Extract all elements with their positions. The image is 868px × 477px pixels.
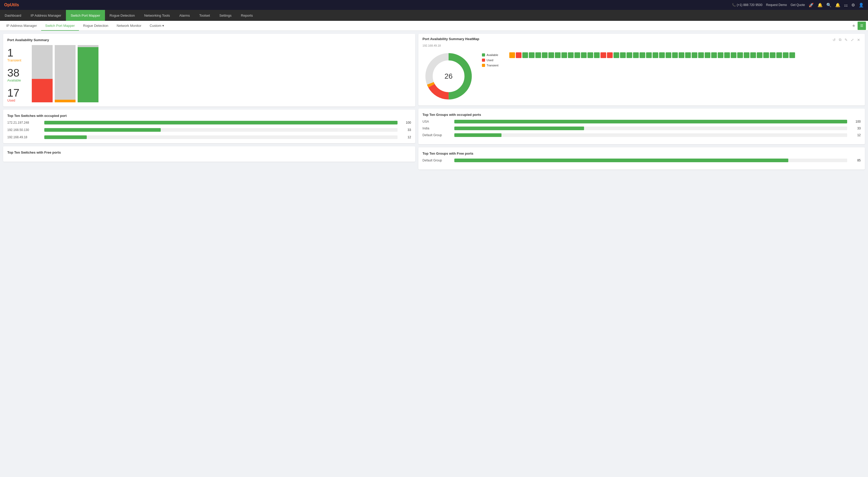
nav-item-rogue-detection[interactable]: Rogue Detection xyxy=(105,10,140,21)
nav-item-switch-port-mapper[interactable]: Switch Port Mapper xyxy=(66,10,105,21)
heatmap-cell[interactable] xyxy=(575,52,580,58)
switch-row-3: 192.168.49.18 12 xyxy=(7,135,411,139)
nav-item-networking-tools[interactable]: Networking Tools xyxy=(140,10,175,21)
heatmap-area: 26 Available Used Transient xyxy=(423,50,861,102)
heatmap-cell[interactable] xyxy=(711,52,717,58)
used-stat: 17 Used xyxy=(7,88,21,102)
heatmap-cell[interactable] xyxy=(607,52,613,58)
heatmap-cell[interactable] xyxy=(561,52,567,58)
group-row-usa: USA 100 xyxy=(423,120,861,123)
heatmap-cell[interactable] xyxy=(594,52,600,58)
group-val-usa: 100 xyxy=(850,120,861,123)
heatmap-cell[interactable] xyxy=(646,52,652,58)
heatmap-cell[interactable] xyxy=(783,52,788,58)
hamburger-icon[interactable]: ☰ xyxy=(858,22,866,30)
heatmap-cell[interactable] xyxy=(705,52,710,58)
close-icon[interactable]: ✕ xyxy=(857,37,861,42)
expand-icon[interactable]: ⤢ xyxy=(850,37,855,42)
search-icon[interactable]: 🔍 xyxy=(826,3,832,7)
heatmap-cell[interactable] xyxy=(698,52,704,58)
group-label-default: Default Group xyxy=(423,133,451,137)
heatmap-cell[interactable] xyxy=(614,52,619,58)
bell-icon[interactable]: 🔔 xyxy=(817,3,823,7)
logo: OpUtils xyxy=(4,3,19,7)
transient-legend-label: Transient xyxy=(487,64,498,67)
topbar: OpUtils 📞 (+1) 888 720 9500 Request Demo… xyxy=(0,0,868,10)
nav-item-alarms[interactable]: Alarms xyxy=(175,10,194,21)
heatmap-cell[interactable] xyxy=(757,52,763,58)
sub-nav-rogue-detection[interactable]: Rogue Detection xyxy=(79,21,113,31)
heatmap-card: Port Availability Summary HeatMap 192.16… xyxy=(418,34,865,105)
available-dot xyxy=(482,53,485,57)
heatmap-cell[interactable] xyxy=(692,52,698,58)
nav-item-ip-address-manager[interactable]: IP Address Manager xyxy=(26,10,66,21)
edit-icon[interactable]: ✎ xyxy=(844,37,848,42)
used-label: Used xyxy=(7,98,21,102)
heatmap-cell[interactable] xyxy=(737,52,743,58)
group-val-india: 33 xyxy=(850,127,861,130)
heatmap-cell[interactable] xyxy=(535,52,541,58)
heatmap-cell[interactable] xyxy=(640,52,645,58)
legend-used: Used xyxy=(482,59,498,62)
heatmap-cell[interactable] xyxy=(672,52,678,58)
heatmap-cell[interactable] xyxy=(516,52,522,58)
settings-icon[interactable]: ⚙ xyxy=(851,3,855,7)
heatmap-cell[interactable] xyxy=(587,52,593,58)
notification-icon[interactable]: 🔔 xyxy=(835,3,840,7)
heatmap-cell[interactable] xyxy=(665,52,671,58)
heatmap-cell[interactable] xyxy=(763,52,769,58)
heatmap-cell[interactable] xyxy=(724,52,730,58)
heatmap-cell[interactable] xyxy=(776,52,782,58)
used-dot xyxy=(482,59,485,62)
heatmap-cell[interactable] xyxy=(750,52,756,58)
heatmap-cell[interactable] xyxy=(744,52,749,58)
request-demo-link[interactable]: Request Demo xyxy=(766,3,787,7)
groups-occupied-list: USA 100 India 33 Default Group xyxy=(423,120,861,137)
switch-val-3: 12 xyxy=(401,135,411,139)
nav-item-settings[interactable]: Settings xyxy=(215,10,236,21)
heatmap-cell[interactable] xyxy=(600,52,606,58)
refresh-icon[interactable]: ↺ xyxy=(832,37,836,42)
bar2 xyxy=(55,45,75,102)
copy-icon[interactable]: ⧉ xyxy=(838,37,842,42)
heatmap-cell[interactable] xyxy=(653,52,658,58)
sub-nav-ip-address-manager[interactable]: IP Address Manager xyxy=(2,21,41,31)
sub-nav-network-monitor[interactable]: Network Monitor xyxy=(113,21,146,31)
heatmap-cell[interactable] xyxy=(789,52,795,58)
used-count: 17 xyxy=(7,88,21,98)
heatmap-cell[interactable] xyxy=(620,52,626,58)
heatmap-cell[interactable] xyxy=(542,52,548,58)
sub-nav-custom[interactable]: Custom ▾ xyxy=(145,21,168,31)
heatmap-cell[interactable] xyxy=(509,52,515,58)
heatmap-cell[interactable] xyxy=(659,52,665,58)
transient-dot xyxy=(482,64,485,67)
heatmap-cell[interactable] xyxy=(770,52,776,58)
heatmap-cell[interactable] xyxy=(679,52,684,58)
heatmap-cell[interactable] xyxy=(633,52,639,58)
heatmap-cell[interactable] xyxy=(626,52,632,58)
heatmap-cell[interactable] xyxy=(529,52,534,58)
heatmap-cell[interactable] xyxy=(581,52,587,58)
heatmap-cell[interactable] xyxy=(731,52,737,58)
heatmap-cell[interactable] xyxy=(548,52,554,58)
nav-item-dashboard[interactable]: Dashboard xyxy=(0,10,26,21)
heatmap-grid-area xyxy=(507,50,861,58)
heatmap-cell[interactable] xyxy=(522,52,528,58)
switch-bar-fill-2 xyxy=(44,128,161,132)
heatmap-cell[interactable] xyxy=(685,52,691,58)
rocket-icon[interactable]: 🚀 xyxy=(809,3,814,7)
favorite-star-icon[interactable]: ★ xyxy=(852,23,856,28)
top-groups-occupied-card: Top Ten Groups with occupied ports USA 1… xyxy=(418,108,865,144)
heatmap-cell[interactable] xyxy=(568,52,574,58)
bar-chart xyxy=(32,45,98,102)
nav-item-toolset[interactable]: Toolset xyxy=(195,10,215,21)
apps-icon[interactable]: ⚏ xyxy=(844,3,848,7)
content-area: Port Availability Summary 1 Transient 38… xyxy=(0,31,868,477)
heatmap-cell[interactable] xyxy=(555,52,561,58)
user-avatar[interactable]: 👤 xyxy=(859,3,864,7)
sub-nav-switch-port-mapper[interactable]: Switch Port Mapper xyxy=(41,21,79,31)
nav-item-reports[interactable]: Reports xyxy=(236,10,258,21)
group-free-bar-track-default xyxy=(454,159,847,162)
get-quote-link[interactable]: Get Quote xyxy=(790,3,805,7)
heatmap-cell[interactable] xyxy=(718,52,723,58)
